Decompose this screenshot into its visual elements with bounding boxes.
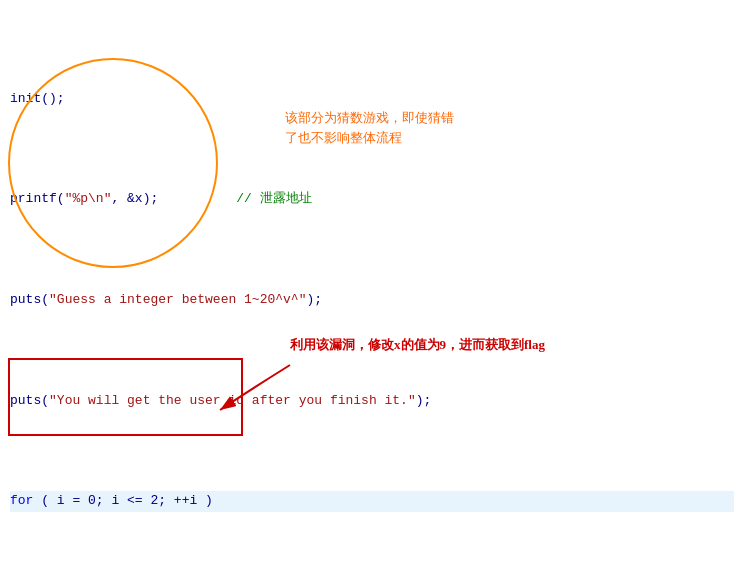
arrow-annotation-text: 利用该漏洞，修改x的值为9，进而获取到flag [290, 335, 545, 355]
code-line-4: puts("You will get the user id after you… [10, 391, 734, 411]
code-display: init(); printf("%p\n", &x); // 泄露地址 puts… [0, 0, 744, 583]
code-line-2: printf("%p\n", &x); // 泄露地址 [10, 189, 734, 209]
code-line-1: init(); [10, 89, 734, 109]
circle-annotation-text: 该部分为猜数游戏，即使猜错了也不影响整体流程 [285, 108, 465, 147]
code-line-3: puts("Guess a integer between 1~20^v^"); [10, 290, 734, 310]
code-line-5: for ( i = 0; i <= 2; ++i ) [10, 491, 734, 511]
